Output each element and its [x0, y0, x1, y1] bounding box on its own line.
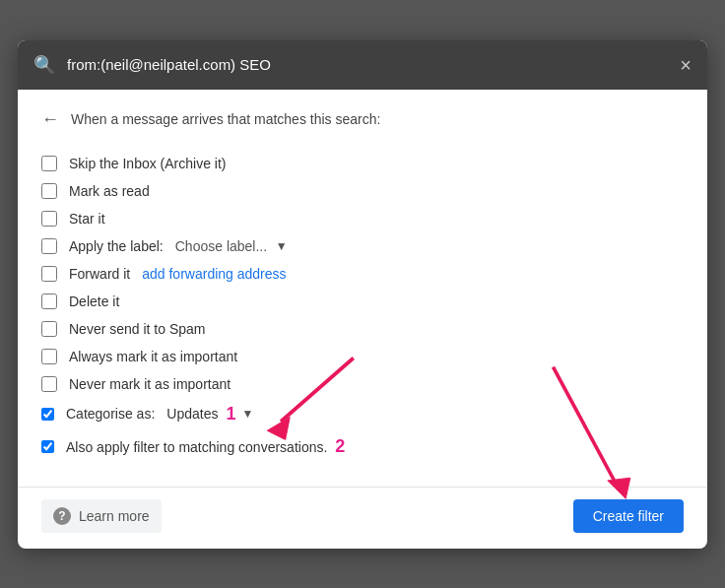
option-mark-read: Mark as read: [41, 177, 684, 205]
never-important-label[interactable]: Never mark it as important: [69, 376, 231, 392]
always-important-label[interactable]: Always mark it as important: [69, 349, 237, 364]
option-star-it: Star it: [41, 205, 684, 232]
learn-more-label: Learn more: [79, 508, 150, 524]
dialog-footer: ? Learn more Create filter: [18, 487, 707, 549]
also-apply-text: Also apply filter to matching conversati…: [66, 439, 327, 455]
categorise-checkbox[interactable]: [41, 408, 54, 421]
delete-it-label[interactable]: Delete it: [69, 294, 119, 309]
help-icon: ?: [53, 507, 71, 525]
mark-read-label[interactable]: Mark as read: [69, 183, 150, 199]
also-apply-checkbox[interactable]: [41, 440, 54, 453]
search-query: from:(neil@neilpatel.com) SEO: [67, 56, 668, 73]
label-select-wrapper: Choose label... ▼: [175, 238, 288, 254]
option-skip-inbox: Skip the Inbox (Archive it): [41, 150, 684, 177]
forward-it-label[interactable]: Forward it: [69, 266, 130, 282]
option-apply-label: Apply the label: Choose label... ▼: [41, 232, 684, 260]
dialog-header: 🔍 from:(neil@neilpatel.com) SEO ×: [18, 40, 707, 90]
categorise-badge: 1: [226, 404, 235, 425]
apply-label-text[interactable]: Apply the label:: [69, 238, 164, 254]
skip-inbox-checkbox[interactable]: [41, 156, 57, 171]
forward-it-checkbox[interactable]: [41, 266, 57, 282]
never-spam-checkbox[interactable]: [41, 321, 57, 337]
also-apply-label: Also apply filter to matching conversati…: [66, 436, 345, 457]
mark-read-checkbox[interactable]: [41, 183, 57, 199]
option-never-important: Never mark it as important: [41, 370, 684, 398]
star-it-checkbox[interactable]: [41, 211, 57, 227]
skip-inbox-label[interactable]: Skip the Inbox (Archive it): [69, 156, 227, 171]
categorise-value-wrapper: Updates 1 Updates ▼: [166, 404, 253, 425]
option-delete-it: Delete it: [41, 288, 684, 315]
categorise-as-text: Categorise as:: [66, 406, 155, 422]
option-forward-it: Forward it add forwarding address: [41, 260, 684, 288]
categorise-label: Categorise as:: [66, 406, 155, 422]
also-apply-badge: 2: [335, 436, 345, 456]
learn-more-button[interactable]: ? Learn more: [41, 499, 162, 533]
option-also-apply: Also apply filter to matching conversati…: [41, 430, 684, 463]
close-icon[interactable]: ×: [680, 55, 692, 75]
back-row: ← When a message arrives that matches th…: [41, 109, 684, 130]
back-arrow-icon[interactable]: ←: [41, 109, 59, 130]
option-never-spam: Never send it to Spam: [41, 315, 684, 343]
filter-dialog: 🔍 from:(neil@neilpatel.com) SEO × ← When…: [18, 40, 707, 549]
option-always-important: Always mark it as important: [41, 343, 684, 370]
options-list: Skip the Inbox (Archive it) Mark as read…: [41, 150, 684, 463]
dialog-body: ← When a message arrives that matches th…: [18, 90, 707, 479]
create-filter-button[interactable]: Create filter: [573, 499, 684, 533]
always-important-checkbox[interactable]: [41, 349, 57, 364]
star-it-label[interactable]: Star it: [69, 211, 105, 227]
delete-it-checkbox[interactable]: [41, 294, 57, 309]
back-description: When a message arrives that matches this…: [71, 111, 380, 127]
apply-label-checkbox[interactable]: [41, 238, 57, 254]
search-icon: 🔍: [33, 54, 55, 76]
never-important-checkbox[interactable]: [41, 376, 57, 392]
never-spam-label[interactable]: Never send it to Spam: [69, 321, 206, 337]
add-forwarding-address-link[interactable]: add forwarding address: [142, 266, 286, 282]
choose-label-select[interactable]: Choose label...: [175, 238, 284, 254]
categorise-dropdown-arrow-icon: ▼: [241, 407, 253, 421]
option-categorise: Categorise as: Updates 1 Updates ▼: [41, 398, 684, 430]
